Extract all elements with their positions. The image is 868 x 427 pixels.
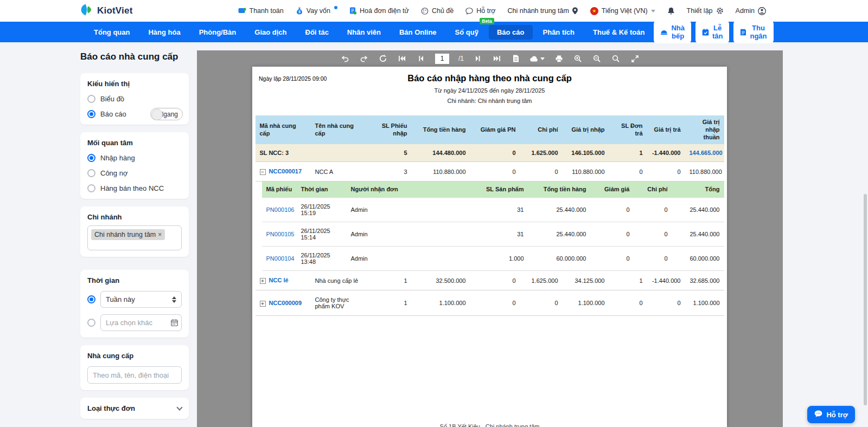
branch-selector[interactable]: Chi nhánh trung tâm [508,7,578,15]
table-header-row: Mã nhà cung cấp Tên nhà cung cấp SL Phiế… [256,115,724,144]
receipt-code-link[interactable]: PN000106 [266,206,295,213]
receipt-value: 31 [428,222,528,247]
radio-unchecked[interactable] [87,184,95,192]
expand-icon[interactable]: + [260,301,266,307]
supplier-report-table: Mã nhà cung cấp Tên nhà cung cấp SL Phiế… [256,115,724,316]
supplier-search-input[interactable] [87,366,182,384]
settings-button[interactable]: Thiết lập [687,7,724,15]
nav-item[interactable]: Báo cáo [489,25,533,40]
support-fab-label: Hỗ trợ [826,411,848,419]
remove-tag-icon[interactable]: × [158,231,162,238]
branch-tag: Chi nhánh trung tâm × [91,229,165,240]
search-button[interactable] [611,54,621,63]
receipt-row: PN00010526/11/2025 15:14Admin3125.440.00… [262,222,724,247]
supplier-value-cell: 1.100.000 [685,290,724,316]
support-fab-button[interactable]: Hỗ trợ [807,406,855,423]
receipt-subtable-cell: Mã phiếuThời gianNgười nhận đơnSL Sản ph… [256,182,724,271]
receipt-code-link[interactable]: PN000104 [266,255,295,262]
supplier-code-link[interactable]: NCC000009 [269,300,302,306]
page-total-label: /1 [458,55,464,62]
notifications-button[interactable] [667,7,675,15]
concern-option-purchase[interactable]: Nhập hàng [87,154,182,162]
language-selector[interactable]: ★ Tiếng Việt (VN) [590,7,655,15]
print-button[interactable] [554,54,564,63]
top-menu-item[interactable]: $Vay vốn [296,7,337,15]
zoom-in-button[interactable] [573,54,583,63]
expand-icon[interactable]: + [260,278,266,284]
display-type-option-report[interactable]: Báo cáo Ngang [87,110,182,118]
last-page-button[interactable] [492,54,502,63]
radio-checked[interactable] [87,295,95,303]
menu-type-card[interactable]: Loại thực đơn [80,398,189,419]
nav-item[interactable]: Phân tích [535,25,583,40]
user-menu[interactable]: Admin [736,7,766,15]
collapse-icon[interactable]: − [260,169,266,175]
branch-tag-input[interactable]: Chi nhánh trung tâm × [87,225,182,250]
time-preset-select[interactable]: Tuần này [100,291,182,308]
supplier-value-cell: 3 [368,162,412,182]
supplier-value-cell: 0 [470,271,520,290]
top-menu-item-label: Vay vốn [307,7,330,15]
fullscreen-button[interactable] [630,54,640,63]
quick-button-cashier[interactable]: Thu ngân [733,21,773,43]
next-page-button[interactable] [473,54,483,63]
display-type-title: Kiểu hiển thị [87,80,182,88]
kitchen-icon [660,29,668,35]
vertical-scrollbar[interactable] [864,194,867,405]
supplier-value-cell: 0 [520,290,563,316]
concern-option-debt[interactable]: Công nợ [87,169,182,177]
top-menu-item[interactable]: Hỗ trợBeta [465,7,495,15]
concern-card: Mối quan tâm Nhập hàng Công nợ Hàng bán … [80,132,189,199]
receipt-value: 1.000 [428,247,528,271]
top-menu-item[interactable]: Chủ đề [421,7,454,15]
supplier-value-cell: 32.685.000 [685,271,724,290]
quick-button-reception[interactable]: Lễ tân [695,21,730,43]
receipt-code-link[interactable]: PN000105 [266,231,295,237]
download-button[interactable] [530,56,545,62]
supplier-code-link[interactable]: NCC000017 [269,168,302,174]
nav-item[interactable]: Đối tác [297,25,337,40]
nav-item[interactable]: Sổ quỹ [447,25,487,40]
undo-button[interactable] [340,54,350,63]
quick-button-kitchen[interactable]: Nhà bếp [654,21,691,43]
nav-item[interactable]: Hàng hóa [140,25,188,40]
report-footer: Số 1B Yết Kiêu - Chi nhánh trung tâm [252,423,727,427]
radio-checked[interactable] [87,110,95,118]
supplier-row: +NCC000009Công ty thực phẩm KOV11.100.00… [256,290,724,316]
time-preset-value: Tuần này [106,295,135,303]
first-page-button[interactable] [397,54,407,63]
nav-item[interactable]: Thuế & Kế toán [585,25,653,40]
nav-item[interactable]: Bán Online [391,25,445,40]
export-document-button[interactable] [511,54,521,63]
e-invoice-icon [349,7,356,15]
nav-item[interactable]: Giao dịch [246,25,295,40]
brand-logo[interactable]: KiotViet [80,3,133,18]
radio-checked[interactable] [87,154,95,162]
nav-item[interactable]: Tổng quan [86,25,138,40]
header-right: Thanh toán$Vay vốnHoá đơn điện tửChủ đềH… [238,7,766,15]
top-menu-item[interactable]: Thanh toán [238,7,284,15]
radio-unchecked[interactable] [87,169,95,177]
supplier-code-cell: +NCC lẻ [256,271,311,290]
concern-option-sales-by-supplier[interactable]: Hàng bán theo NCC [87,184,182,192]
radio-unchecked[interactable] [87,319,95,327]
zoom-out-button[interactable] [592,54,602,63]
page-number-input[interactable]: 1 [435,54,449,64]
top-menu-item-label: Hỗ trợ [476,7,495,15]
supplier-code-link[interactable]: NCC lẻ [269,277,289,283]
previous-page-button[interactable] [416,54,426,63]
calendar-icon [171,319,178,328]
display-type-option-chart[interactable]: Biểu đồ [87,95,182,103]
redo-button[interactable] [359,54,369,63]
top-menu-item[interactable]: Hoá đơn điện tử [349,7,409,15]
svg-text:$: $ [298,10,301,14]
bell-icon [667,7,675,15]
custom-date-input[interactable] [100,314,182,331]
radio-label: Báo cáo [100,110,126,118]
radio-unchecked[interactable] [87,95,95,103]
orientation-toggle[interactable]: Ngang [150,108,183,120]
supplier-value-cell: 1 [609,271,647,290]
refresh-button[interactable] [378,54,388,63]
nav-item[interactable]: Phòng/Bàn [191,25,245,40]
nav-item[interactable]: Nhân viên [339,25,389,40]
